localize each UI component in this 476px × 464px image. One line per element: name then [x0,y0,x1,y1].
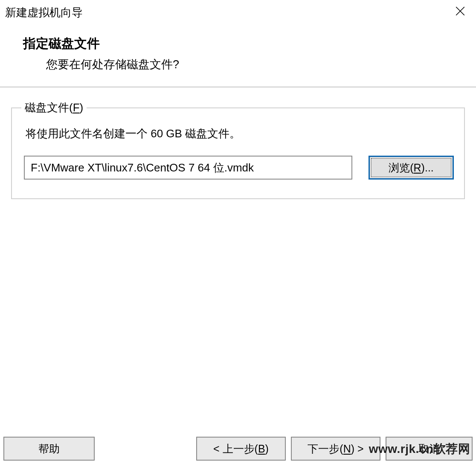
cancel-button[interactable]: 取消 [386,437,473,461]
new-vm-wizard-dialog: 新建虚拟机向导 指定磁盘文件 您要在何处存储磁盘文件? 磁盘文件(F) 将使用此… [0,0,476,464]
browse-button[interactable]: 浏览(R)... [369,156,454,180]
page-subtitle: 您要在何处存储磁盘文件? [23,57,453,72]
back-button[interactable]: < 上一步(B) [196,437,286,461]
window-title: 新建虚拟机向导 [5,5,83,20]
wizard-footer: 帮助 < 上一步(B) 下一步(N) > 取消 [0,437,476,461]
disk-file-legend: 磁盘文件(F) [21,100,87,115]
disk-file-row: 浏览(R)... [24,156,454,180]
help-button[interactable]: 帮助 [3,437,95,461]
close-icon [455,6,466,20]
next-button[interactable]: 下一步(N) > [291,437,380,461]
wizard-header: 指定磁盘文件 您要在何处存储磁盘文件? [0,25,476,87]
disk-file-description: 将使用此文件名创建一个 60 GB 磁盘文件。 [26,126,454,141]
page-title: 指定磁盘文件 [23,35,453,52]
wizard-body: 磁盘文件(F) 将使用此文件名创建一个 60 GB 磁盘文件。 浏览(R)... [0,87,476,199]
titlebar: 新建虚拟机向导 [0,0,476,25]
disk-file-path-input[interactable] [24,156,352,180]
close-button[interactable] [450,2,471,23]
disk-file-group: 磁盘文件(F) 将使用此文件名创建一个 60 GB 磁盘文件。 浏览(R)... [11,100,465,199]
